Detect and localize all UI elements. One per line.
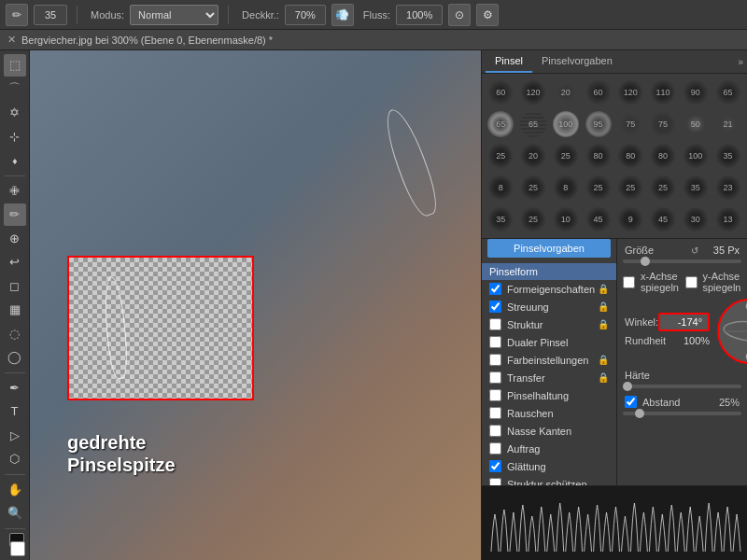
section-pinselhaltung[interactable]: Pinselhaltung xyxy=(482,386,616,404)
section-glaettung[interactable]: Glättung xyxy=(482,457,616,475)
streuung-check[interactable] xyxy=(489,301,501,313)
brush-preset-34[interactable]: 25 xyxy=(518,204,549,234)
abstand-slider[interactable] xyxy=(623,412,741,415)
brush-preset-13[interactable]: 75 xyxy=(615,109,646,139)
brush-preset-12[interactable]: 95 xyxy=(583,109,613,139)
brush-tool-icon[interactable]: ✏ xyxy=(6,4,28,26)
section-transfer[interactable]: Transfer 🔒 xyxy=(482,369,616,386)
tool-gradient[interactable]: ▦ xyxy=(4,299,26,321)
brush-preset-37[interactable]: 9 xyxy=(615,204,646,234)
opacity-input[interactable]: 70% xyxy=(285,5,326,25)
pinselhaltung-check[interactable] xyxy=(489,389,501,401)
tool-clone[interactable]: ⊕ xyxy=(4,228,26,250)
haerte-slider[interactable] xyxy=(623,385,741,388)
auftrag-check[interactable] xyxy=(489,442,501,455)
brush-preset-36[interactable]: 45 xyxy=(583,204,613,234)
brush-preset-30[interactable]: 25 xyxy=(648,173,679,203)
brush-preset-18[interactable]: 20 xyxy=(518,141,549,171)
tool-heal[interactable]: ✙ xyxy=(4,180,26,203)
nasse-kanten-check[interactable] xyxy=(489,425,501,437)
canvas-area[interactable]: gedrehte Pinselspitze xyxy=(30,50,481,560)
brush-preset-28[interactable]: 25 xyxy=(583,173,613,203)
close-doc-btn[interactable]: ✕ xyxy=(7,34,16,46)
brush-preset-21[interactable]: 80 xyxy=(615,141,646,171)
brush-preset-15[interactable]: 50 xyxy=(681,109,712,139)
tool-eyedropper[interactable]: ⬧ xyxy=(4,149,26,172)
winkel-value[interactable]: -174° xyxy=(658,313,710,331)
brush-preset-39[interactable]: 30 xyxy=(681,204,712,234)
tool-lasso[interactable]: ⌒ xyxy=(4,78,26,101)
section-dualer-pinsel[interactable]: Dualer Pinsel xyxy=(482,333,616,351)
brush-preset-8[interactable]: 65 xyxy=(712,77,743,107)
brush-preset-6[interactable]: 110 xyxy=(648,77,679,107)
brush-preset-17[interactable]: 25 xyxy=(486,141,516,171)
settings-icon[interactable]: ⚙ xyxy=(476,4,499,26)
section-struktur[interactable]: Struktur 🔒 xyxy=(482,315,616,333)
brush-preset-14[interactable]: 75 xyxy=(648,109,679,139)
background-color[interactable] xyxy=(10,541,25,556)
brush-preset-27[interactable]: 8 xyxy=(551,173,582,203)
brush-preset-26[interactable]: 25 xyxy=(518,173,549,203)
section-streuung[interactable]: Streuung 🔒 xyxy=(482,298,616,315)
brush-preset-32[interactable]: 23 xyxy=(712,173,743,203)
section-rauschen[interactable]: Rauschen xyxy=(482,404,616,422)
brush-preset-31[interactable]: 35 xyxy=(681,173,712,203)
section-auftrag[interactable]: Auftrag xyxy=(482,440,616,457)
tool-blur[interactable]: ◌ xyxy=(4,323,26,345)
section-formeigenschaften[interactable]: Formeigenschaften 🔒 xyxy=(482,280,616,298)
brush-preset-11[interactable]: 100 xyxy=(551,109,582,139)
brush-preset-4[interactable]: 60 xyxy=(583,77,613,107)
tool-zoom[interactable]: 🔍 xyxy=(4,502,26,525)
tab-pinselvorgaben[interactable]: Pinselvorgaben xyxy=(532,50,622,73)
tool-history-brush[interactable]: ↩ xyxy=(4,251,26,273)
glaettung-check[interactable] xyxy=(489,460,501,472)
panel-expand-btn[interactable]: » xyxy=(738,57,743,67)
struktur-check[interactable] xyxy=(489,318,501,330)
tool-magic-wand[interactable]: ✡ xyxy=(4,102,26,124)
section-farbeinstellungen[interactable]: Farbeinstellungen 🔒 xyxy=(482,351,616,369)
tool-text[interactable]: T xyxy=(4,400,26,423)
brush-preset-16[interactable]: 21 xyxy=(712,109,743,139)
brush-preset-24[interactable]: 35 xyxy=(712,141,743,171)
brush-preset-2[interactable]: 120 xyxy=(518,77,549,107)
brush-preset-25[interactable]: 8 xyxy=(486,173,516,203)
tool-dodge[interactable]: ◯ xyxy=(4,346,26,369)
tool-3d[interactable]: ⬡ xyxy=(4,448,26,470)
brush-size-input[interactable]: 35 xyxy=(34,5,67,25)
section-struktur-schuetzen[interactable]: Struktur schützen xyxy=(482,475,616,485)
brush-preset-19[interactable]: 25 xyxy=(551,141,582,171)
brush-preset-3[interactable]: 20 xyxy=(551,77,582,107)
brush-preset-5[interactable]: 120 xyxy=(615,77,646,107)
farb-check[interactable] xyxy=(489,354,501,366)
brush-preset-40[interactable]: 13 xyxy=(712,204,743,234)
mode-select[interactable]: Normal Multiplizieren Aufhellen xyxy=(130,5,218,25)
document-tab[interactable]: ✕ Bergviecher.jpg bei 300% (Ebene 0, Ebe… xyxy=(0,30,747,50)
tool-crop[interactable]: ⊹ xyxy=(4,126,26,148)
brush-preset-10[interactable]: 65 xyxy=(518,109,549,139)
angle-wheel[interactable] xyxy=(717,299,747,364)
y-axis-checkbox[interactable] xyxy=(685,276,698,288)
brush-preset-33[interactable]: 35 xyxy=(486,204,516,234)
struktur-schuetzen-check[interactable] xyxy=(489,478,501,485)
tool-shape[interactable]: ▷ xyxy=(4,425,26,447)
airbrush-icon[interactable]: 💨 xyxy=(331,4,354,26)
rauschen-check[interactable] xyxy=(489,407,501,419)
tool-eraser[interactable]: ◻ xyxy=(4,275,26,298)
brush-preset-23[interactable]: 100 xyxy=(681,141,712,171)
brush-preset-7[interactable]: 90 xyxy=(681,77,712,107)
grosse-slider[interactable] xyxy=(623,259,741,263)
tool-marquee[interactable]: ⬚ xyxy=(4,54,26,77)
tool-hand[interactable]: ✋ xyxy=(4,479,26,501)
x-axis-checkbox[interactable] xyxy=(623,276,635,288)
section-pinselform[interactable]: Pinselform xyxy=(482,263,616,280)
brush-preset-9[interactable]: 65 xyxy=(486,109,516,139)
tool-brush[interactable]: ✏ xyxy=(4,203,26,226)
tool-pen[interactable]: ✒ xyxy=(4,377,26,399)
abstand-checkbox[interactable] xyxy=(625,396,637,408)
brush-preset-35[interactable]: 10 xyxy=(551,204,582,234)
brush-preset-1[interactable]: 60 xyxy=(486,77,516,107)
dualer-check[interactable] xyxy=(489,336,501,348)
brush-preset-29[interactable]: 25 xyxy=(615,173,646,203)
formeigenschaften-check[interactable] xyxy=(489,283,501,295)
brush-preset-22[interactable]: 80 xyxy=(648,141,679,171)
